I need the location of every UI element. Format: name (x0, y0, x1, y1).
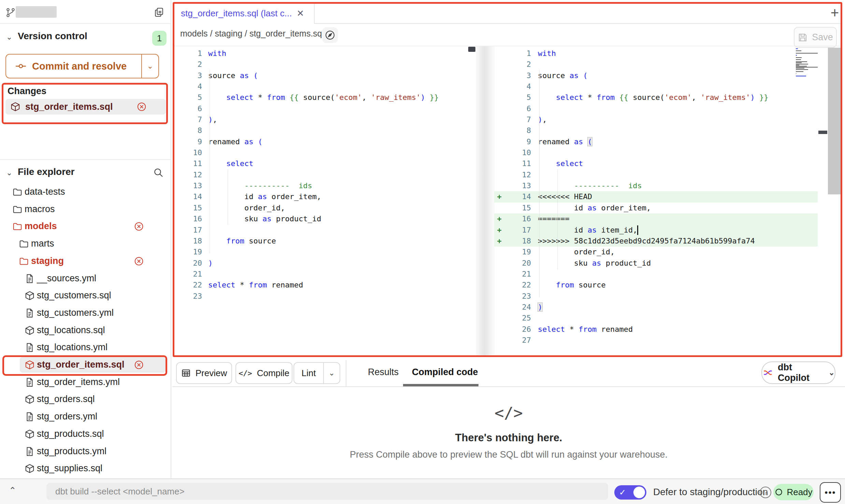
code-line-7[interactable]: 7), (494, 114, 818, 125)
code-line-14[interactable]: +14<<<<<<< HEAD (494, 191, 818, 202)
code-line-7[interactable]: 7), (173, 114, 476, 125)
code-line-22[interactable]: 22select * from renamed (173, 280, 476, 291)
file-row-stg_locations.sql[interactable]: stg_locations.sql (0, 323, 171, 338)
new-tab-button[interactable]: + (827, 5, 842, 20)
discard-change-icon[interactable] (134, 221, 144, 232)
code-line-10[interactable]: 10 (494, 147, 818, 158)
code-line-13[interactable]: 13 ---------- ids (173, 180, 476, 191)
commit-and-resolve-button[interactable]: Commit and resolve ⌄ (5, 54, 159, 78)
file-row-models[interactable]: models (0, 219, 171, 234)
code-line-11[interactable]: 11 select (173, 158, 476, 169)
save-button[interactable]: Save (794, 27, 837, 48)
file-row-stg_orders.sql[interactable]: stg_orders.sql (0, 391, 171, 407)
code-line-2[interactable]: 2 (173, 59, 476, 70)
file-row-stg_orders.yml[interactable]: stg_orders.yml (0, 409, 171, 425)
discard-change-icon[interactable] (134, 360, 144, 370)
code-line-6[interactable]: 6 (173, 103, 476, 114)
code-line-18[interactable]: +18>>>>>>> 58c1dd23d5eebd9cd2495fa7124ab… (494, 236, 818, 247)
command-input[interactable]: dbt build --select <model_name> (46, 483, 608, 500)
tab-results[interactable]: Results (368, 367, 399, 377)
code-line-5[interactable]: 5 select * from {{ source('ecom', 'raw_i… (173, 92, 476, 103)
expand-panel-chevron[interactable]: ⌃ (9, 485, 16, 496)
code-line-26[interactable]: 26select * from renamed (494, 324, 818, 335)
code-line-16[interactable]: +16======= (494, 213, 818, 224)
minimap[interactable] (796, 48, 818, 78)
file-explorer-header[interactable]: File explorer (18, 166, 75, 177)
file-row-stg_order_items.yml[interactable]: stg_order_items.yml (0, 374, 171, 390)
lineage-icon[interactable] (322, 27, 338, 43)
code-line-19[interactable]: 19 order_id, (494, 247, 818, 257)
code-line-15[interactable]: 15 id as order_item, (494, 203, 818, 213)
file-row-stg_order_items.sql[interactable]: stg_order_items.sql (0, 357, 171, 373)
code-line-14[interactable]: 14 id as order_item, (173, 191, 476, 202)
version-control-header[interactable]: Version control (18, 31, 87, 42)
file-row-marts[interactable]: marts (0, 236, 171, 252)
dbt-copilot-button[interactable]: dbt Copilot ⌄ (761, 361, 835, 384)
code-line-16[interactable]: 16 sku as product_id (173, 213, 476, 224)
left-pane-scrollbar[interactable] (468, 47, 475, 52)
code-line-24[interactable]: 24) (494, 302, 818, 313)
code-line-10[interactable]: 10 (173, 147, 476, 158)
tab-compiled-code[interactable]: Compiled code (412, 367, 478, 377)
code-line-6[interactable]: 6 (494, 103, 818, 114)
code-line-23[interactable]: 23 (494, 291, 818, 302)
code-line-8[interactable]: 8 (494, 125, 818, 136)
tab-close-icon[interactable]: ✕ (297, 8, 304, 19)
code-line-23[interactable]: 23 (173, 291, 476, 302)
code-line-3[interactable]: 3source as ( (173, 70, 476, 81)
chevron-down-icon[interactable]: ⌄ (6, 33, 12, 42)
file-row-__sources.yml[interactable]: __sources.yml (0, 271, 171, 286)
code-line-19[interactable]: 19 (173, 247, 476, 257)
file-row-stg_products.yml[interactable]: stg_products.yml (0, 444, 171, 459)
code-line-18[interactable]: 18 from source (173, 236, 476, 247)
code-line-2[interactable]: 2 (494, 59, 818, 70)
code-line-4[interactable]: 4 (494, 81, 818, 92)
code-line-21[interactable]: 21 (173, 269, 476, 280)
code-line-20[interactable]: 20 sku as product_id (494, 258, 818, 269)
discard-change-icon[interactable] (137, 102, 147, 112)
code-line-9[interactable]: 9renamed as ( (173, 136, 476, 147)
code-line-20[interactable]: 20) (173, 258, 476, 269)
code-line-12[interactable]: 12 (173, 169, 476, 180)
file-row-stg_customers.sql[interactable]: stg_customers.sql (0, 288, 171, 303)
code-line-17[interactable]: +17 id as item_id, (494, 225, 818, 236)
code-line-12[interactable]: 12 (494, 169, 818, 180)
changes-item[interactable]: stg_order_items.sql (5, 99, 166, 115)
copy-icon[interactable] (154, 7, 164, 18)
chevron-down-icon[interactable]: ⌄ (6, 168, 12, 177)
more-options-button[interactable]: ••• (820, 482, 841, 503)
code-line-17[interactable]: 17 (173, 225, 476, 236)
code-line-3[interactable]: 3source as ( (494, 70, 818, 81)
file-row-macros[interactable]: macros (0, 202, 171, 217)
ready-status-badge[interactable]: Ready (773, 484, 814, 500)
code-line-15[interactable]: 15 order_id, (173, 203, 476, 213)
discard-change-icon[interactable] (134, 256, 144, 266)
commit-dropdown-chevron[interactable]: ⌄ (141, 55, 158, 78)
lint-dropdown-chevron[interactable]: ⌄ (323, 363, 340, 383)
code-line-5[interactable]: 5 select * from {{ source('ecom', 'raw_i… (494, 92, 818, 103)
editor-pane-left[interactable]: 1with23source as (45 select * from {{ so… (173, 46, 476, 357)
right-pane-scrollbar-thumb[interactable] (818, 131, 827, 134)
right-pane-scrollbar-track[interactable] (828, 48, 842, 194)
preview-button[interactable]: Preview (176, 362, 232, 384)
lint-button[interactable]: Lint ⌄ (293, 362, 340, 384)
help-icon[interactable]: ? (760, 487, 771, 498)
file-row-data-tests[interactable]: data-tests (0, 184, 171, 200)
file-row-stg_products.sql[interactable]: stg_products.sql (0, 426, 171, 442)
code-line-27[interactable]: 27 (494, 335, 818, 346)
file-row-stg_locations.yml[interactable]: stg_locations.yml (0, 340, 171, 355)
code-line-21[interactable]: 21 (494, 269, 818, 280)
search-icon[interactable] (153, 167, 164, 178)
code-line-11[interactable]: 11 select (494, 158, 818, 169)
code-line-25[interactable]: 25 (494, 313, 818, 324)
editor-pane-right[interactable]: 1with23source as (45 select * from {{ so… (494, 46, 818, 357)
code-line-22[interactable]: 22 from source (494, 280, 818, 291)
code-line-4[interactable]: 4 (173, 81, 476, 92)
file-row-stg_customers.yml[interactable]: stg_customers.yml (0, 305, 171, 321)
code-line-1[interactable]: 1with (494, 48, 818, 59)
file-row-staging[interactable]: staging (0, 253, 171, 269)
code-line-8[interactable]: 8 (173, 125, 476, 136)
code-line-9[interactable]: 9renamed as ( (494, 136, 818, 147)
code-line-13[interactable]: 13 ---------- ids (494, 180, 818, 191)
code-line-1[interactable]: 1with (173, 48, 476, 59)
